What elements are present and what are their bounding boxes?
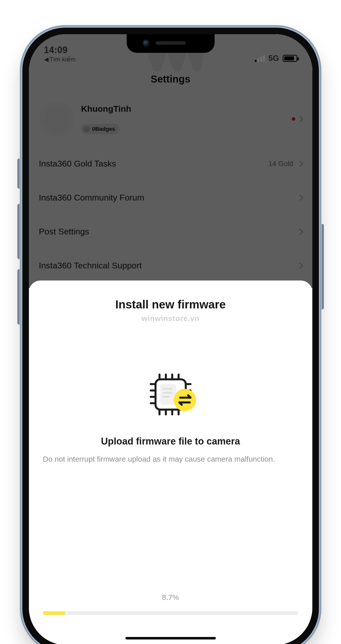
avatar: [39, 101, 74, 137]
power-button: [320, 224, 324, 309]
chevron-right-icon: [297, 228, 303, 235]
badges-chip[interactable]: 0Badges: [81, 124, 120, 134]
progress-fill: [43, 611, 65, 615]
settings-item-label: Insta360 Technical Support: [39, 261, 142, 270]
watermark-text: winwinstore.vn: [43, 314, 298, 323]
progress-bar: [43, 611, 298, 615]
notch: [127, 34, 215, 53]
svg-rect-1: [160, 384, 176, 405]
settings-page: 14:09 ◀ Tìm kiếm 5G: [29, 34, 312, 288]
signal-bars-icon: [255, 55, 265, 62]
modal-title: Install new firmware: [43, 298, 298, 311]
profile-name: KhuongTinh: [81, 104, 285, 114]
network-label: 5G: [268, 54, 279, 63]
svg-rect-3: [163, 392, 172, 394]
chip-transfer-icon: [43, 371, 298, 418]
notification-dot-icon: [292, 117, 295, 121]
settings-item-post-settings[interactable]: Post Settings: [39, 215, 302, 249]
install-firmware-modal: Install new firmware winwinstore.vn: [29, 280, 312, 644]
screen: 14:09 ◀ Tìm kiếm 5G: [29, 34, 312, 644]
chevron-right-icon: [297, 262, 303, 269]
upload-title: Upload firmware file to camera: [43, 436, 298, 447]
home-indicator[interactable]: [125, 637, 216, 639]
chevron-right-icon: [297, 116, 303, 122]
progress-percent-label: 8.7%: [43, 593, 298, 602]
svg-point-21: [174, 389, 196, 411]
settings-item-label: Post Settings: [39, 227, 89, 236]
settings-item-label: Insta360 Community Forum: [39, 193, 144, 203]
badges-label: 0Badges: [92, 126, 115, 132]
chevron-right-icon: [297, 160, 303, 167]
volume-up-button: [17, 204, 21, 259]
settings-item-community-forum[interactable]: Insta360 Community Forum: [39, 181, 302, 215]
svg-rect-2: [163, 388, 172, 390]
status-time: 14:09: [44, 45, 76, 55]
badge-icon: [84, 126, 90, 132]
back-chevron-icon: ◀: [44, 56, 49, 63]
page-title: Settings: [39, 73, 302, 85]
volume-down-button: [17, 269, 21, 325]
settings-item-gold-tasks[interactable]: Insta360 Gold Tasks 14 Gold: [39, 147, 302, 181]
back-label: Tìm kiếm: [50, 56, 76, 63]
chevron-right-icon: [297, 194, 303, 201]
profile-row[interactable]: KhuongTinh 0Badges: [39, 97, 302, 147]
settings-item-value: 14 Gold: [268, 160, 293, 168]
phone-frame: 14:09 ◀ Tìm kiếm 5G: [22, 28, 319, 644]
svg-rect-4: [163, 396, 170, 397]
battery-icon: [283, 55, 297, 62]
settings-item-label: Insta360 Gold Tasks: [39, 159, 116, 169]
upload-description: Do not interrupt firmware upload as it m…: [43, 453, 298, 465]
back-to-search[interactable]: ◀ Tìm kiếm: [44, 56, 76, 63]
upload-progress: 8.7%: [43, 593, 298, 615]
mute-switch: [17, 158, 21, 189]
